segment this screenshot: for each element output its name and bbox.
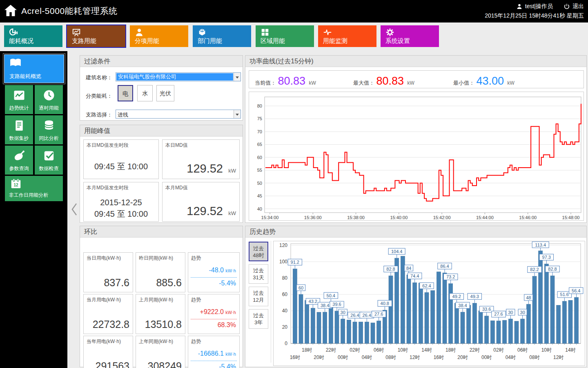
branch-label: 支路选择： bbox=[86, 111, 112, 119]
power-panel: 功率曲线(过去15分钟) 当前值： 80.83 kW 最大值： 80.83 kW… bbox=[245, 55, 587, 223]
nav-tile-branch-energy[interactable]: 支路用能 bbox=[67, 25, 125, 47]
power-panel-title: 功率曲线(过去15分钟) bbox=[245, 56, 586, 67]
sidebar-item-data-check[interactable]: 数据检查 bbox=[35, 146, 63, 175]
energy-option-solar[interactable]: 光伏 bbox=[156, 85, 174, 101]
svg-text:16时: 16时 bbox=[290, 355, 300, 360]
filter-panel-title: 过滤条件 bbox=[80, 56, 243, 67]
cube-icon bbox=[198, 28, 207, 37]
svg-text:15:48:00: 15:48:00 bbox=[562, 215, 580, 220]
trend-percent: -5.4% bbox=[219, 363, 236, 368]
svg-text:50: 50 bbox=[257, 181, 262, 186]
svg-text:38.4: 38.4 bbox=[458, 303, 467, 308]
svg-text:16时: 16时 bbox=[434, 355, 444, 360]
header-right: test|操作员 退出 2015年12月25日 15时48分41秒 星期五 bbox=[485, 2, 584, 20]
svg-text:45: 45 bbox=[257, 193, 262, 198]
svg-text:51.6: 51.6 bbox=[560, 292, 569, 297]
user-name[interactable]: test|操作员 bbox=[525, 3, 553, 10]
svg-text:104.4: 104.4 bbox=[391, 249, 403, 254]
app-title: Acrel-5000能耗管理系统 bbox=[21, 5, 118, 17]
svg-text:56.4: 56.4 bbox=[572, 288, 580, 293]
svg-text:50.4: 50.4 bbox=[327, 293, 335, 298]
nav-tile-department-energy[interactable]: 部门用能 bbox=[193, 25, 251, 47]
huanbi-previous-value: 885.6 bbox=[156, 277, 182, 289]
svg-text:10时: 10时 bbox=[541, 347, 552, 353]
trend-percent: -5.4% bbox=[219, 280, 236, 287]
svg-text:65: 65 bbox=[257, 142, 262, 147]
svg-text:0: 0 bbox=[285, 341, 287, 346]
trend-percent: 68.3% bbox=[218, 321, 236, 329]
energy-option-electric[interactable]: 电 bbox=[118, 85, 133, 101]
trend-divider bbox=[191, 361, 237, 361]
huanbi-current-value: 837.6 bbox=[104, 277, 129, 289]
svg-text:22时: 22时 bbox=[470, 347, 480, 353]
svg-text:12时: 12时 bbox=[410, 355, 420, 360]
svg-text:08时: 08时 bbox=[529, 355, 539, 360]
tab-past-31d[interactable]: 过去31天 bbox=[249, 264, 268, 284]
huanbi-current-value: 291563 bbox=[96, 360, 129, 368]
huanbi-trend-card: 趋势 +9222.0 kW·h 68.3% bbox=[188, 294, 240, 334]
huanbi-trend-card: 趋势 -16686.1 kW·h -5.4% bbox=[188, 336, 240, 368]
radar-dish-icon bbox=[13, 150, 25, 162]
svg-text:84: 84 bbox=[406, 266, 411, 271]
huanbi-previous-value: 13510.8 bbox=[145, 319, 182, 330]
day-md-period-card: 本日MD值发生时段 09:45 至 10:00 bbox=[83, 139, 159, 179]
sidebar-collapse-button[interactable] bbox=[70, 202, 78, 216]
calendar-icon: 12 bbox=[10, 177, 22, 190]
svg-text:06时: 06时 bbox=[374, 347, 384, 353]
nav-tile-system-settings[interactable]: 系统设置 bbox=[381, 25, 439, 47]
sidebar-item-data-collection[interactable]: 数据集抄 bbox=[5, 115, 33, 144]
svg-text:00时: 00时 bbox=[481, 355, 492, 360]
database-icon bbox=[43, 119, 55, 132]
tab-past-12m[interactable]: 过去12月 bbox=[249, 287, 268, 306]
svg-text:100: 100 bbox=[279, 259, 287, 265]
svg-text:82.2: 82.2 bbox=[530, 267, 539, 272]
svg-text:49.3: 49.3 bbox=[470, 294, 479, 299]
document-icon bbox=[13, 119, 25, 132]
sidebar-item-branch-overview[interactable]: 支路能耗概览 bbox=[4, 54, 64, 83]
svg-text:60: 60 bbox=[298, 285, 303, 290]
energy-option-water[interactable]: 水 bbox=[137, 85, 153, 101]
chevron-down-icon[interactable] bbox=[234, 110, 241, 118]
month-md-value-card: 本月MD值 129.52 kW bbox=[162, 182, 240, 222]
sidebar: 支路能耗概览 趋势统计 逐时用能 数据集抄 同比分析 参数查询 数据检查 bbox=[0, 51, 67, 368]
huanbi-panel-title: 环比 bbox=[80, 226, 243, 238]
tab-past-3y[interactable]: 过去3年 bbox=[249, 309, 268, 329]
tab-past-48h[interactable]: 过去48时 bbox=[249, 242, 268, 261]
user-icon bbox=[516, 3, 523, 10]
svg-text:22时: 22时 bbox=[326, 347, 336, 353]
power-chart-box: 40455055606570758015:34:0015:36:0015:38:… bbox=[249, 92, 584, 221]
book-icon bbox=[9, 58, 22, 68]
sidebar-item-yoy-analysis[interactable]: 同比分析 bbox=[35, 115, 63, 144]
day-md-period-value: 09:45 至 10:00 bbox=[84, 161, 158, 172]
svg-text:91.2: 91.2 bbox=[291, 260, 299, 265]
svg-text:15:36:00: 15:36:00 bbox=[304, 215, 322, 220]
svg-text:97.3: 97.3 bbox=[542, 255, 551, 260]
home-icon[interactable] bbox=[3, 3, 18, 18]
huanbi-previous-card: 上月同期(kW·h)13510.8 bbox=[136, 294, 185, 334]
peak-panel-title: 用能峰值 bbox=[80, 125, 243, 137]
logout-button[interactable]: 退出 bbox=[572, 3, 584, 10]
sidebar-item-nonworkday-analysis[interactable]: 12 非工作日用能分析 bbox=[5, 176, 63, 201]
huanbi-current-card: 当日用电(kW·h)837.6 bbox=[83, 252, 133, 292]
huanbi-panel: 环比 当日用电(kW·h)837.6 昨日同期(kW·h)885.6 趋势 -4… bbox=[80, 226, 243, 367]
nav-tile-subentry-energy[interactable]: 分项用能 bbox=[130, 25, 188, 47]
svg-text:15:42:00: 15:42:00 bbox=[433, 215, 451, 220]
trend-chart-icon bbox=[13, 89, 25, 101]
sidebar-item-parameter-query[interactable]: 参数查询 bbox=[5, 146, 33, 175]
current-value-stat: 当前值： 80.83 kW bbox=[255, 75, 316, 88]
sidebar-item-hourly-energy[interactable]: 逐时用能 bbox=[35, 85, 63, 114]
svg-text:60: 60 bbox=[257, 155, 262, 160]
nav-tile-area-energy[interactable]: 区域用能 bbox=[256, 25, 314, 47]
svg-text:73.2: 73.2 bbox=[446, 274, 455, 279]
gear-icon bbox=[385, 28, 394, 37]
svg-text:10时: 10时 bbox=[398, 347, 408, 353]
nav-tile-energy-monitor[interactable]: 用能监测 bbox=[318, 25, 376, 47]
svg-text:113.4: 113.4 bbox=[535, 242, 546, 247]
history-chart-box: 02040608010012016时18时20时22时00时02时04时06时0… bbox=[273, 241, 585, 366]
branch-select[interactable]: 进线 bbox=[116, 110, 241, 119]
huanbi-current-value: 22732.8 bbox=[93, 319, 129, 330]
building-select[interactable]: 安科瑞电气股份有限公司 bbox=[116, 72, 241, 81]
nav-tile-energy-overview[interactable]: 能耗概况 bbox=[4, 25, 62, 47]
chevron-down-icon[interactable] bbox=[234, 73, 241, 81]
sidebar-item-trend-stats[interactable]: 趋势统计 bbox=[5, 85, 33, 114]
